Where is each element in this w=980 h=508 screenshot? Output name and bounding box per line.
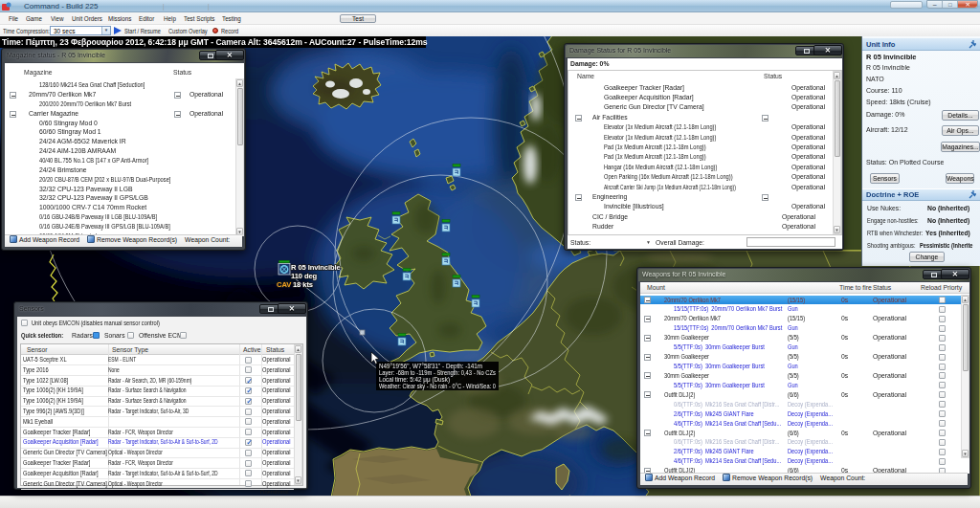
svg-text:Weather: Clear sky - No rain -: Weather: Clear sky - No rain - 0°C - Win…	[379, 383, 496, 390]
svg-text:110 deg: 110 deg	[291, 272, 318, 280]
svg-text:CAV: CAV	[277, 280, 292, 289]
svg-text:R 05 Invincible: R 05 Invincible	[291, 263, 341, 272]
svg-text:18 kts: 18 kts	[293, 280, 313, 289]
